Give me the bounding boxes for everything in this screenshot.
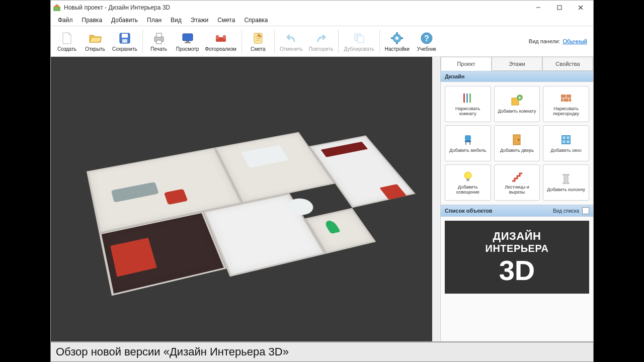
3d-viewport[interactable]: [51, 57, 440, 341]
duplicate-button[interactable]: Дублировать: [341, 27, 377, 55]
menu-help[interactable]: Справка: [240, 16, 272, 25]
svg-rect-16: [216, 35, 219, 39]
svg-rect-10: [156, 33, 162, 37]
side-tabs: Проект Этажи Свойства: [441, 57, 593, 71]
menu-view[interactable]: Вид: [167, 16, 186, 25]
svg-rect-54: [564, 174, 568, 184]
tab-project[interactable]: Проект: [441, 57, 492, 71]
minimize-button[interactable]: [528, 1, 549, 15]
draw-partition-button[interactable]: Нарисовать перегородку: [543, 86, 589, 122]
add-furniture-button[interactable]: Добавить мебель: [445, 125, 491, 161]
panel-type-label: Вид панели:: [529, 38, 560, 44]
help-button[interactable]: ? Учебник: [413, 27, 441, 55]
svg-rect-14: [185, 42, 191, 43]
close-button[interactable]: [570, 1, 591, 15]
add-column-button[interactable]: Добавить колонну: [543, 164, 589, 201]
svg-rect-43: [465, 135, 471, 140]
menu-edit[interactable]: Правка: [78, 16, 107, 25]
add-door-button[interactable]: Добавить дверь: [494, 125, 540, 161]
chair-icon: [461, 133, 474, 146]
titlebar: Новый проект - Дизайн Интерьера 3D: [51, 1, 593, 15]
tab-properties[interactable]: Свойства: [542, 57, 593, 71]
door-icon: [510, 133, 523, 146]
toolbar: Создать Открыть Сохранить Печать Просмот…: [51, 26, 593, 57]
separator: [274, 30, 275, 53]
svg-rect-7: [122, 34, 128, 38]
monitor-icon: [181, 31, 195, 45]
estimate-button[interactable]: Смета: [244, 27, 272, 55]
floorplan-render: [56, 112, 440, 332]
menubar: Файл Правка Добавить План Вид Этажи Смет…: [51, 15, 593, 26]
svg-rect-12: [183, 34, 193, 41]
undo-button[interactable]: Отменить: [277, 27, 306, 55]
duplicate-icon: [352, 31, 366, 45]
application-window: Новый проект - Дизайн Интерьера 3D Файл …: [50, 0, 594, 342]
gear-icon: [390, 31, 404, 45]
menu-add[interactable]: Добавить: [107, 16, 142, 25]
svg-rect-32: [463, 94, 465, 103]
svg-rect-34: [469, 94, 471, 103]
create-button[interactable]: Создать: [53, 27, 81, 55]
svg-rect-56: [562, 183, 570, 184]
window-icon: [559, 133, 573, 146]
stairs-icon: [510, 170, 523, 183]
lightbulb-icon: [461, 170, 474, 183]
video-caption: Обзор новой версии «Дизайн Интерьера 3D»: [50, 342, 594, 362]
print-button[interactable]: Печать: [145, 27, 173, 55]
svg-point-52: [464, 172, 471, 179]
panel-type-link[interactable]: Обычный: [562, 38, 587, 44]
menu-estimate[interactable]: Смета: [213, 16, 239, 25]
svg-text:?: ?: [424, 34, 429, 43]
photorealism-button[interactable]: Фотореализм: [202, 27, 239, 55]
svg-rect-23: [358, 36, 364, 43]
new-file-icon: [60, 31, 74, 45]
app-icon: [53, 4, 61, 12]
list-view-icon[interactable]: [582, 207, 589, 214]
list-view-link[interactable]: Вид списка: [553, 208, 579, 214]
svg-rect-8: [122, 39, 127, 43]
draw-room-button[interactable]: Нарисовать комнату: [445, 86, 491, 122]
folder-open-icon: [88, 31, 102, 45]
notepad-icon: [251, 31, 265, 45]
undo-icon: [284, 31, 298, 45]
svg-rect-55: [562, 174, 570, 175]
promo-banner: ДИЗАЙН ИНТЕРЬЕРА 3D: [445, 221, 589, 294]
svg-point-25: [395, 37, 398, 40]
svg-rect-44: [465, 140, 471, 142]
svg-rect-17: [223, 35, 226, 39]
redo-button[interactable]: Повторить: [306, 27, 337, 55]
add-room-button[interactable]: + Добавить комнату: [494, 86, 540, 122]
pencil-ruler-icon: [461, 92, 474, 105]
svg-rect-53: [466, 178, 469, 181]
svg-rect-13: [186, 41, 189, 42]
separator: [379, 30, 380, 53]
save-icon: [118, 31, 132, 45]
menu-plan[interactable]: План: [143, 16, 166, 25]
separator: [338, 30, 339, 53]
brick-wall-icon: [559, 92, 573, 105]
maximize-button[interactable]: [549, 1, 570, 15]
save-button[interactable]: Сохранить: [109, 27, 140, 55]
svg-point-48: [518, 139, 520, 141]
add-room-icon: +: [510, 94, 523, 107]
window-title: Новый проект - Дизайн Интерьера 3D: [64, 4, 528, 11]
side-panel: Проект Этажи Свойства Дизайн Нарисовать …: [440, 57, 593, 341]
menu-file[interactable]: Файл: [54, 16, 77, 25]
svg-rect-11: [156, 40, 162, 44]
viewport-scrollbar[interactable]: [432, 57, 440, 341]
column-icon: [559, 172, 573, 186]
add-lighting-button[interactable]: Добавить освещение: [445, 164, 491, 201]
settings-button[interactable]: Настройки: [382, 27, 413, 55]
design-tools-grid: Нарисовать комнату + Добавить комнату На…: [441, 82, 593, 205]
stairs-cutouts-button[interactable]: Лестницы и вырезы: [494, 164, 540, 201]
separator: [142, 30, 143, 53]
menu-floors[interactable]: Этажи: [187, 16, 212, 25]
add-window-button[interactable]: Добавить окно: [543, 125, 589, 161]
sofa-icon: [214, 31, 228, 45]
tab-floors[interactable]: Этажи: [492, 57, 542, 71]
preview-button[interactable]: Просмотр: [173, 27, 202, 55]
panel-type-selector: Вид панели: Обычный: [529, 38, 591, 44]
open-button[interactable]: Открыть: [81, 27, 109, 55]
svg-rect-3: [557, 6, 561, 10]
svg-rect-0: [53, 7, 60, 11]
